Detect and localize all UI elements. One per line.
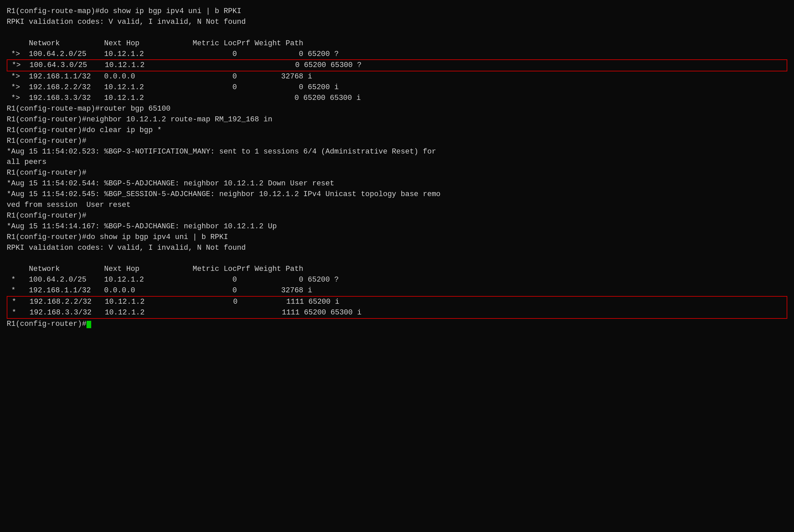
- bgp-row-4: *> 192.168.2.2/32 10.12.1.2 0 0 65200 i: [7, 82, 787, 93]
- bgp-row-5: *> 192.168.3.3/32 10.12.1.2 0 65200 6530…: [7, 93, 787, 103]
- bgp-rows-highlighted-block: * 192.168.2.2/32 10.12.1.2 0 1111 65200 …: [7, 296, 787, 319]
- cursor: [87, 321, 91, 328]
- cmd-clear: R1(config-router)#do clear ip bgp *: [7, 125, 787, 136]
- cmd-neighbor: R1(config-router)#neighbor 10.12.1.2 rou…: [7, 114, 787, 125]
- rpki-validation-2: RPKI validation codes: V valid, I invali…: [7, 243, 787, 253]
- prompt-after-log1: R1(config-router)#: [7, 168, 787, 178]
- cmd-line-1: R1(config-route-map)#do show ip bgp ipv4…: [7, 6, 787, 17]
- log-session-adjchange: *Aug 15 11:54:02.545: %BGP_SESSION-5-ADJ…: [7, 189, 787, 200]
- bgp-row-1: *> 100.64.2.0/25 10.12.1.2 0 0 65200 ?: [7, 49, 787, 60]
- log-adjchange-down: *Aug 15 11:54:02.544: %BGP-5-ADJCHANGE: …: [7, 178, 787, 189]
- cmd-router-bgp: R1(config-route-map)#router bgp 65100: [7, 103, 787, 114]
- log-session-adjchange-cont: ved from session User reset: [7, 200, 787, 210]
- cmd-show-bgp-2: R1(config-router)#do show ip bgp ipv4 un…: [7, 232, 787, 243]
- table-header-1: Network Next Hop Metric LocPrf Weight Pa…: [7, 38, 787, 49]
- log-all-peers: all peers: [7, 157, 787, 168]
- bgp-row-2-highlighted: *> 100.64.3.0/25 10.12.1.2 0 65200 65300…: [7, 59, 787, 71]
- prompt-after-log2: R1(config-router)#: [7, 210, 787, 221]
- log-adjchange-up: *Aug 15 11:54:14.167: %BGP-5-ADJCHANGE: …: [7, 221, 787, 232]
- bgp-row-9: * 192.168.3.3/32 10.12.1.2 1111 65200 65…: [7, 307, 787, 318]
- bgp-row-8: * 192.168.2.2/32 10.12.1.2 0 1111 65200 …: [7, 297, 787, 307]
- prompt-after-clear: R1(config-router)#: [7, 136, 787, 147]
- blank-line-1: [7, 27, 787, 38]
- bgp-row-6: * 100.64.2.0/25 10.12.1.2 0 0 65200 ?: [7, 274, 787, 285]
- blank-line-2: [7, 253, 787, 264]
- bgp-row-3: *> 192.168.1.1/32 0.0.0.0 0 32768 i: [7, 71, 787, 82]
- final-prompt: R1(config-router)#: [7, 319, 787, 329]
- rpki-validation-1: RPKI validation codes: V valid, I invali…: [7, 17, 787, 27]
- terminal: R1(config-route-map)#do show ip bgp ipv4…: [7, 6, 787, 329]
- log-notification-many: *Aug 15 11:54:02.523: %BGP-3-NOTIFICATIO…: [7, 147, 787, 157]
- bgp-row-7: * 192.168.1.1/32 0.0.0.0 0 32768 i: [7, 285, 787, 296]
- table-header-2: Network Next Hop Metric LocPrf Weight Pa…: [7, 264, 787, 274]
